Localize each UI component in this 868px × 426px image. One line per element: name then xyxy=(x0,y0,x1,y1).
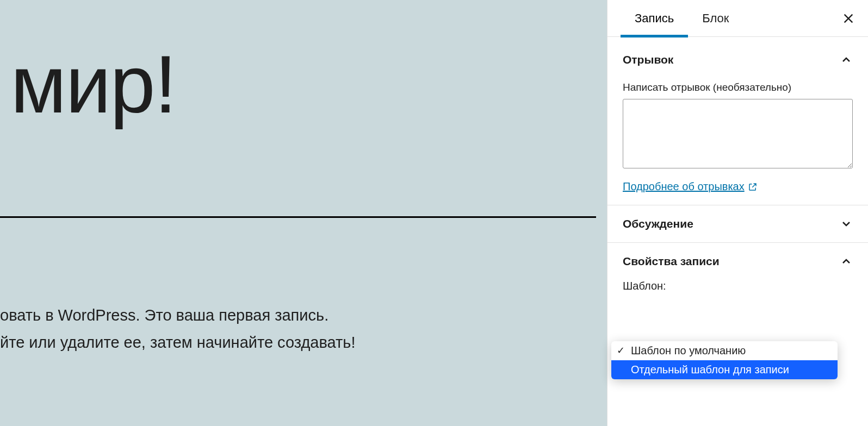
excerpt-textarea[interactable] xyxy=(623,99,853,168)
panel-discussion-toggle[interactable]: Обсуждение xyxy=(623,217,853,230)
panel-title: Отрывок xyxy=(623,53,673,66)
template-label: Шаблон: xyxy=(623,280,853,292)
tab-block[interactable]: Блок xyxy=(688,0,743,37)
template-select-dropdown[interactable]: Шаблон по умолчанию Отдельный шаблон для… xyxy=(611,341,838,379)
post-title[interactable]: , мир! xyxy=(0,43,176,125)
panel-attributes: Свойства записи Шаблон: xyxy=(607,243,868,308)
panel-excerpt-body: Написать отрывок (необязательно) Подробн… xyxy=(623,82,853,193)
paragraph-block-1[interactable]: овать в WordPress. Это ваша первая запис… xyxy=(0,306,328,324)
excerpt-label: Написать отрывок (необязательно) xyxy=(623,82,853,93)
chevron-down-icon xyxy=(840,217,853,230)
template-option-default[interactable]: Шаблон по умолчанию xyxy=(611,341,838,360)
external-link-icon xyxy=(748,182,758,192)
close-icon xyxy=(842,12,854,24)
panel-attributes-toggle[interactable]: Свойства записи xyxy=(623,255,853,268)
template-option-custom[interactable]: Отдельный шаблон для записи xyxy=(611,360,838,379)
panel-discussion: Обсуждение xyxy=(607,205,868,243)
sidebar-tabs: Запись Блок xyxy=(607,0,868,37)
excerpt-help-link[interactable]: Подробнее об отрывках xyxy=(623,180,758,193)
panel-title: Свойства записи xyxy=(623,255,720,268)
separator-block[interactable] xyxy=(0,216,596,218)
tab-document[interactable]: Запись xyxy=(621,0,688,37)
chevron-up-icon xyxy=(840,53,853,66)
panel-excerpt-toggle[interactable]: Отрывок xyxy=(623,53,853,66)
editor-canvas[interactable]: , мир! овать в WordPress. Это ваша перва… xyxy=(0,0,607,426)
chevron-up-icon xyxy=(840,255,853,268)
excerpt-help-link-text: Подробнее об отрывках xyxy=(623,180,745,193)
panel-excerpt: Отрывок Написать отрывок (необязательно)… xyxy=(607,37,868,205)
panel-title: Обсуждение xyxy=(623,217,693,230)
close-sidebar-button[interactable] xyxy=(840,10,857,27)
paragraph-block-2[interactable]: йте или удалите ее, затем начинайте созд… xyxy=(0,334,355,352)
